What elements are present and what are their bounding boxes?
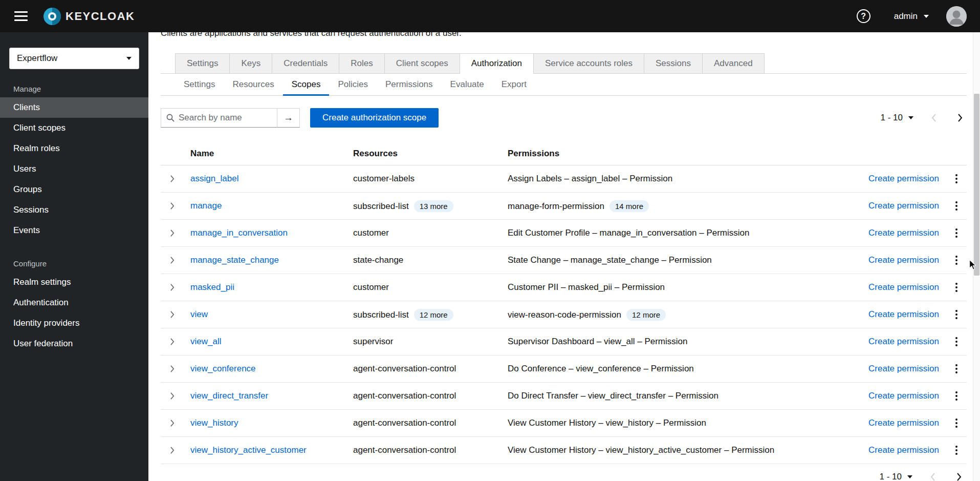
scope-name-link[interactable]: manage bbox=[190, 201, 222, 211]
keycloak-brand: KEYCLOAK bbox=[43, 7, 135, 26]
sidebar-item[interactable]: Realm settings bbox=[0, 272, 148, 292]
subtab[interactable]: Export bbox=[493, 74, 535, 95]
row-expander-button[interactable] bbox=[167, 226, 178, 240]
scope-name-link[interactable]: manage_state_change bbox=[190, 255, 279, 265]
permission-label: Assign Labels – assign_label – Permissio… bbox=[508, 174, 672, 183]
scope-name-link[interactable]: view bbox=[190, 309, 208, 319]
pagination-prev-button[interactable] bbox=[926, 470, 939, 481]
subtab[interactable]: Settings bbox=[175, 74, 224, 95]
create-permission-link[interactable]: Create permission bbox=[868, 391, 939, 401]
subtab[interactable]: Policies bbox=[329, 74, 377, 95]
sidebar-item[interactable]: Authentication bbox=[0, 292, 148, 313]
kebab-menu-button[interactable] bbox=[951, 307, 962, 322]
create-permission-link[interactable]: Create permission bbox=[868, 255, 939, 265]
sidebar-item[interactable]: Users bbox=[0, 159, 148, 179]
tab[interactable]: Authorization bbox=[460, 53, 534, 74]
kebab-menu-button[interactable] bbox=[951, 388, 962, 404]
create-permission-link[interactable]: Create permission bbox=[868, 174, 939, 183]
row-expander-button[interactable] bbox=[167, 254, 178, 267]
search-input[interactable] bbox=[179, 113, 272, 123]
scope-name-link[interactable]: view_direct_transfer bbox=[190, 391, 268, 401]
hamburger-menu-icon[interactable] bbox=[14, 11, 28, 21]
create-permission-link[interactable]: Create permission bbox=[868, 364, 939, 373]
sidebar-item[interactable]: Clients bbox=[0, 97, 148, 118]
tab[interactable]: Settings bbox=[175, 53, 230, 74]
pagination-range-toggle[interactable]: 1 - 10 bbox=[881, 113, 913, 123]
user-menu-button[interactable]: admin bbox=[894, 11, 929, 22]
row-expander-button[interactable] bbox=[167, 444, 178, 457]
permission-more-badge[interactable]: 14 more bbox=[609, 200, 649, 212]
row-expander-button[interactable] bbox=[167, 335, 178, 348]
search-submit-button[interactable]: → bbox=[277, 108, 300, 128]
kebab-menu-button[interactable] bbox=[951, 171, 962, 186]
create-permission-link[interactable]: Create permission bbox=[868, 228, 939, 238]
row-expander-button[interactable] bbox=[167, 362, 178, 375]
row-expander-button[interactable] bbox=[167, 308, 178, 321]
pagination-next-button[interactable] bbox=[952, 470, 966, 481]
sidebar-item[interactable]: Identity providers bbox=[0, 313, 148, 333]
create-permission-link[interactable]: Create permission bbox=[868, 282, 939, 292]
create-authorization-scope-button[interactable]: Create authorization scope bbox=[310, 108, 439, 128]
resource-label: customer-labels bbox=[353, 174, 415, 183]
kebab-menu-button[interactable] bbox=[951, 443, 962, 458]
row-expander-button[interactable] bbox=[167, 199, 178, 213]
search-icon bbox=[166, 114, 175, 122]
kebab-menu-button[interactable] bbox=[951, 225, 962, 241]
sidebar-item[interactable]: Realm roles bbox=[0, 138, 148, 159]
row-expander-button[interactable] bbox=[167, 172, 178, 185]
avatar[interactable] bbox=[946, 6, 967, 27]
resource-more-badge[interactable]: 13 more bbox=[414, 200, 453, 212]
create-permission-link[interactable]: Create permission bbox=[868, 445, 939, 455]
scope-name-link[interactable]: view_history bbox=[190, 418, 238, 428]
scope-name-link[interactable]: view_conference bbox=[190, 364, 256, 373]
help-icon[interactable]: ? bbox=[857, 9, 870, 23]
create-permission-link[interactable]: Create permission bbox=[868, 418, 939, 428]
chevron-right-icon bbox=[170, 365, 175, 372]
subtab[interactable]: Scopes bbox=[283, 74, 330, 95]
sidebar-item[interactable]: Sessions bbox=[0, 200, 148, 220]
scope-name-link[interactable]: assign_label bbox=[190, 174, 239, 183]
pagination-range-toggle[interactable]: 1 - 10 bbox=[880, 472, 912, 481]
sidebar-item[interactable]: Groups bbox=[0, 179, 148, 200]
chevron-right-icon bbox=[170, 447, 175, 454]
row-expander-button[interactable] bbox=[167, 416, 178, 430]
pagination-prev-button[interactable] bbox=[927, 111, 940, 124]
row-expander-button[interactable] bbox=[167, 281, 178, 294]
scope-name-link[interactable]: masked_pii bbox=[190, 282, 234, 292]
kebab-menu-button[interactable] bbox=[951, 361, 962, 377]
realm-selector[interactable]: Expertflow bbox=[9, 48, 139, 69]
create-permission-link[interactable]: Create permission bbox=[868, 201, 939, 211]
chevron-left-icon bbox=[931, 114, 936, 122]
kebab-menu-button[interactable] bbox=[951, 198, 962, 214]
tab[interactable]: Sessions bbox=[644, 53, 703, 74]
tab[interactable]: Advanced bbox=[703, 53, 765, 74]
pagination-next-button[interactable] bbox=[953, 111, 967, 124]
scope-name-link[interactable]: view_history_active_customer bbox=[190, 445, 307, 455]
create-permission-link[interactable]: Create permission bbox=[868, 309, 939, 319]
tab[interactable]: Roles bbox=[339, 53, 384, 74]
vertical-scrollbar[interactable] bbox=[973, 32, 980, 481]
tab[interactable]: Credentials bbox=[272, 53, 339, 74]
row-expander-button[interactable] bbox=[167, 389, 178, 403]
scope-name-link[interactable]: view_all bbox=[190, 337, 221, 346]
sidebar-item[interactable]: Client scopes bbox=[0, 118, 148, 138]
subtab[interactable]: Resources bbox=[224, 74, 282, 95]
kebab-menu-button[interactable] bbox=[951, 280, 962, 295]
permission-label: View Customer History – view_history – P… bbox=[508, 418, 706, 428]
scrollbar-thumb[interactable] bbox=[974, 94, 979, 276]
create-permission-link[interactable]: Create permission bbox=[868, 337, 939, 346]
tab[interactable]: Keys bbox=[230, 53, 272, 74]
permission-more-badge[interactable]: 12 more bbox=[626, 309, 666, 321]
kebab-menu-button[interactable] bbox=[951, 415, 962, 431]
tab[interactable]: Client scopes bbox=[385, 53, 460, 74]
scope-name-link[interactable]: manage_in_conversation bbox=[190, 228, 288, 238]
kebab-menu-button[interactable] bbox=[951, 253, 962, 268]
sidebar-item[interactable]: User federation bbox=[0, 333, 148, 354]
subtab[interactable]: Evaluate bbox=[442, 74, 493, 95]
table-footer: 1 - 10 bbox=[161, 470, 967, 481]
tab[interactable]: Service accounts roles bbox=[534, 53, 644, 74]
resource-more-badge[interactable]: 12 more bbox=[414, 309, 453, 321]
kebab-menu-button[interactable] bbox=[951, 334, 962, 349]
sidebar-item[interactable]: Events bbox=[0, 220, 148, 241]
subtab[interactable]: Permissions bbox=[377, 74, 442, 95]
